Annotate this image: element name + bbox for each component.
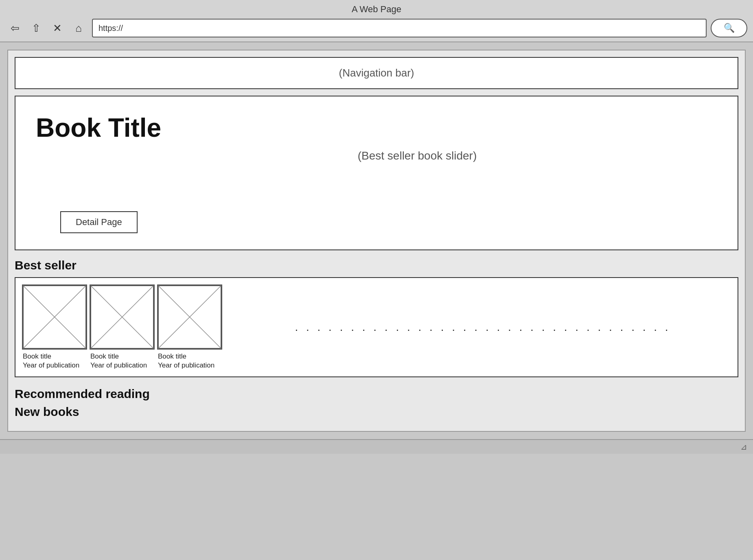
detail-page-button[interactable]: Detail Page: [60, 211, 138, 233]
hero-book-title: Book Title: [36, 113, 717, 143]
recommended-reading-title: Recommended reading: [15, 387, 738, 401]
back-icon: ⇦: [11, 22, 20, 35]
browser-footer: ⊿: [0, 439, 753, 454]
page-content: (Navigation bar) Book Title (Best seller…: [7, 50, 746, 432]
book-card[interactable]: Book title Year of publication: [157, 284, 222, 370]
browser-title: A Web Page: [6, 4, 747, 19]
navigation-bar: (Navigation bar): [15, 57, 738, 89]
book-info: Book title Year of publication: [157, 350, 222, 370]
address-bar[interactable]: [92, 19, 707, 37]
nav-buttons: ⇦ ⇧ ✕ ⌂: [6, 19, 88, 37]
book-card[interactable]: Book title Year of publication: [90, 284, 155, 370]
book-image: [22, 284, 87, 350]
dots-indicator: . . . . . . . . . . . . . . . . . . . . …: [222, 321, 731, 334]
search-icon: 🔍: [724, 23, 735, 33]
book-image: [90, 284, 155, 350]
forward-icon: ⇧: [32, 22, 41, 35]
hero-content: Book Title (Best seller book slider): [36, 113, 717, 162]
back-button[interactable]: ⇦: [6, 19, 24, 37]
lower-sections: Recommended reading New books: [15, 385, 738, 424]
new-books-title: New books: [15, 405, 738, 419]
close-button[interactable]: ✕: [48, 19, 67, 37]
best-seller-container: Book title Year of publication Book titl…: [15, 277, 738, 377]
book-title-label: Book title: [23, 352, 86, 361]
best-seller-section-title: Best seller: [15, 258, 738, 272]
browser-chrome: A Web Page ⇦ ⇧ ✕ ⌂ 🔍: [0, 0, 753, 42]
browser-toolbar: ⇦ ⇧ ✕ ⌂ 🔍: [6, 19, 747, 37]
book-info: Book title Year of publication: [90, 350, 155, 370]
home-button[interactable]: ⌂: [69, 19, 88, 37]
home-icon: ⌂: [75, 22, 82, 35]
book-title-label: Book title: [158, 352, 221, 361]
book-info: Book title Year of publication: [22, 350, 87, 370]
resize-handle-icon: ⊿: [740, 442, 747, 452]
book-year-label: Year of publication: [23, 361, 86, 370]
book-year-label: Year of publication: [90, 361, 154, 370]
close-icon: ✕: [53, 22, 62, 35]
book-card[interactable]: Book title Year of publication: [22, 284, 87, 370]
book-cards: Book title Year of publication Book titl…: [22, 284, 222, 370]
book-image: [157, 284, 222, 350]
book-year-label: Year of publication: [158, 361, 221, 370]
book-title-label: Book title: [90, 352, 154, 361]
nav-bar-label: (Navigation bar): [339, 67, 414, 79]
hero-slider-label: (Best seller book slider): [36, 149, 717, 162]
search-button[interactable]: 🔍: [711, 19, 747, 37]
hero-section: Book Title (Best seller book slider) Det…: [15, 96, 738, 250]
forward-button[interactable]: ⇧: [27, 19, 46, 37]
